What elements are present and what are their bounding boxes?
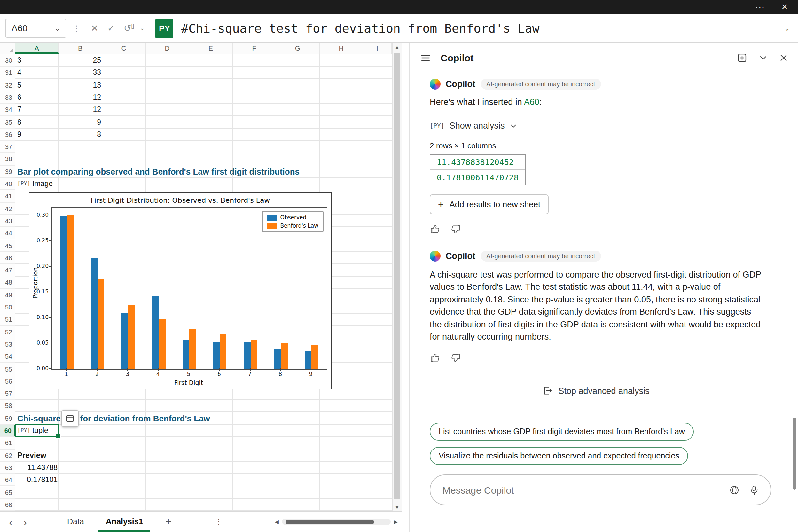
row-header-34[interactable]: 34: [0, 103, 15, 116]
scroll-right-icon[interactable]: ▶: [394, 519, 398, 525]
grid-cell-A36[interactable]: 9: [17, 129, 21, 141]
grid-cell-A32[interactable]: 5: [17, 79, 21, 92]
row-header-59[interactable]: 59: [0, 412, 15, 424]
scroll-up-icon[interactable]: ▲: [393, 45, 402, 49]
cell-reference-link[interactable]: A60: [524, 97, 539, 107]
grid-cell-A35[interactable]: 8: [17, 116, 21, 129]
column-header-G[interactable]: G: [276, 43, 320, 54]
embedded-chart-image[interactable]: First Digit Distribution: Observed vs. B…: [29, 192, 332, 390]
window-close-icon[interactable]: ✕: [781, 0, 788, 14]
column-header-I[interactable]: I: [363, 43, 392, 54]
suggestion-pill[interactable]: List countries whose GDP first digit dev…: [430, 423, 694, 441]
grid-cell-B35[interactable]: 9: [60, 116, 101, 129]
vertical-scrollbar[interactable]: ▲ ▼: [392, 43, 402, 512]
thumbs-up-icon[interactable]: [430, 224, 440, 235]
add-results-button[interactable]: + Add results to new sheet: [430, 194, 549, 214]
column-header-A[interactable]: A: [15, 43, 59, 54]
row-header-64[interactable]: 64: [0, 474, 15, 486]
copilot-input-box[interactable]: [430, 474, 771, 505]
chevron-down-icon[interactable]: ⌄: [140, 25, 145, 31]
formula-bar-expand-icon[interactable]: ⌄: [784, 25, 790, 32]
row-header-45[interactable]: 45: [0, 240, 15, 252]
thumbs-down-icon[interactable]: [450, 224, 461, 235]
row-header-30[interactable]: 30: [0, 54, 15, 67]
formula-bar-handle-icon[interactable]: ⋮: [72, 23, 80, 33]
row-header-55[interactable]: 55: [0, 363, 15, 375]
row-header-40[interactable]: 40: [0, 178, 15, 190]
scroll-left-icon[interactable]: ◀: [274, 519, 279, 525]
window-more-icon[interactable]: ⋯: [755, 0, 765, 14]
cancel-icon[interactable]: ✕: [91, 23, 98, 33]
thumbs-up-icon[interactable]: [430, 353, 440, 363]
stop-advanced-analysis-button[interactable]: Stop advanced analysis: [542, 386, 649, 396]
fill-handle[interactable]: [56, 434, 61, 439]
sheet-tab-data[interactable]: Data: [56, 512, 95, 532]
horizontal-scrollbar-thumb[interactable]: [286, 519, 374, 524]
new-chat-icon[interactable]: [737, 52, 747, 63]
row-header-38[interactable]: 38: [0, 153, 15, 166]
row-header-47[interactable]: 47: [0, 264, 15, 277]
formula-input[interactable]: #Chi-square test for deviation from Benf…: [181, 21, 539, 35]
grid-cell-A31[interactable]: 4: [17, 67, 21, 79]
row-header-52[interactable]: 52: [0, 326, 15, 338]
grid-cell-A63[interactable]: 11.43788: [17, 462, 58, 474]
grid-cell-A30[interactable]: 3: [17, 54, 21, 67]
vertical-scrollbar-thumb[interactable]: [394, 53, 400, 499]
sheet-options-icon[interactable]: ⋮: [215, 517, 223, 526]
add-sheet-icon[interactable]: +: [166, 516, 172, 528]
row-header-32[interactable]: 32: [0, 79, 15, 92]
row-header-43[interactable]: 43: [0, 215, 15, 227]
grid-cell-B31[interactable]: 33: [60, 67, 101, 79]
sheet-nav-right-icon[interactable]: ›: [24, 516, 27, 527]
show-analysis-toggle[interactable]: PY Show analysis: [430, 121, 762, 130]
row-header-36[interactable]: 36: [0, 129, 15, 141]
row-header-60[interactable]: 60: [0, 424, 15, 437]
thumbs-down-icon[interactable]: [450, 353, 461, 363]
horizontal-scrollbar-track[interactable]: [282, 518, 391, 525]
row-header-50[interactable]: 50: [0, 301, 15, 314]
row-header-66[interactable]: 66: [0, 499, 15, 511]
grid-cell-B34[interactable]: 12: [60, 103, 101, 116]
hamburger-menu-icon[interactable]: [420, 52, 431, 63]
row-header-63[interactable]: 63: [0, 462, 15, 474]
column-header-D[interactable]: D: [146, 43, 189, 54]
row-header-41[interactable]: 41: [0, 190, 15, 203]
row-header-54[interactable]: 54: [0, 350, 15, 363]
row-header-56[interactable]: 56: [0, 375, 15, 388]
row-header-42[interactable]: 42: [0, 202, 15, 215]
microphone-icon[interactable]: [749, 484, 760, 495]
row-header-53[interactable]: 53: [0, 338, 15, 351]
grid-cell-A40[interactable]: PYImage: [17, 178, 53, 190]
plugins-globe-icon[interactable]: [729, 484, 740, 495]
scroll-down-icon[interactable]: ▼: [393, 505, 402, 510]
close-panel-icon[interactable]: [779, 53, 788, 62]
row-header-33[interactable]: 33: [0, 92, 15, 104]
insert-data-button[interactable]: [61, 410, 79, 427]
row-header-57[interactable]: 57: [0, 387, 15, 400]
collapse-chevron-icon[interactable]: [758, 53, 768, 62]
row-header-39[interactable]: 39: [0, 165, 15, 178]
grid-cell-B36[interactable]: 8: [60, 129, 101, 141]
grid-cell-A62[interactable]: Preview: [17, 449, 46, 462]
confirm-icon[interactable]: ✓: [107, 23, 114, 33]
row-header-46[interactable]: 46: [0, 252, 15, 264]
column-header-C[interactable]: C: [102, 43, 146, 54]
select-all-corner[interactable]: [0, 43, 15, 54]
row-header-37[interactable]: 37: [0, 141, 15, 153]
grid-cell-B32[interactable]: 13: [60, 79, 101, 92]
row-header-65[interactable]: 65: [0, 486, 15, 499]
copilot-message-input[interactable]: [441, 484, 720, 496]
column-header-F[interactable]: F: [233, 43, 276, 54]
grid-cell-B30[interactable]: 25: [60, 54, 101, 67]
row-header-35[interactable]: 35: [0, 116, 15, 129]
row-header-44[interactable]: 44: [0, 227, 15, 240]
row-header-58[interactable]: 58: [0, 400, 15, 413]
panel-scrollbar-thumb[interactable]: [793, 418, 796, 490]
column-header-E[interactable]: E: [189, 43, 233, 54]
row-header-61[interactable]: 61: [0, 437, 15, 450]
name-box[interactable]: A60 ⌄: [5, 19, 66, 38]
grid-cell-A34[interactable]: 7: [17, 103, 21, 116]
suggestion-pill[interactable]: Visualize the residuals between observed…: [430, 447, 688, 465]
grid-cell-A33[interactable]: 6: [17, 92, 21, 104]
row-header-49[interactable]: 49: [0, 289, 15, 301]
